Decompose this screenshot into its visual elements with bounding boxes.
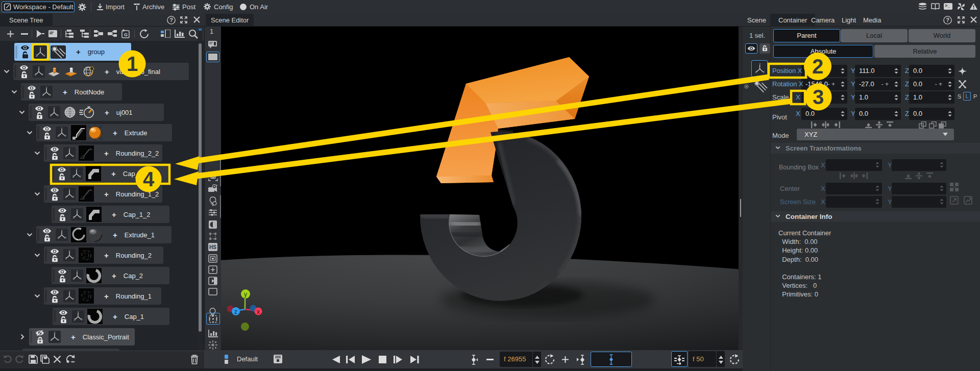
- svg-text:HS: HS: [209, 244, 216, 250]
- svg-text:?: ?: [169, 17, 173, 23]
- svg-text:?: ?: [946, 17, 949, 23]
- svg-text:y: y: [244, 291, 247, 298]
- svg-text:x: x: [257, 308, 260, 315]
- svg-text:z: z: [234, 308, 237, 315]
- svg-text:G: G: [124, 32, 128, 37]
